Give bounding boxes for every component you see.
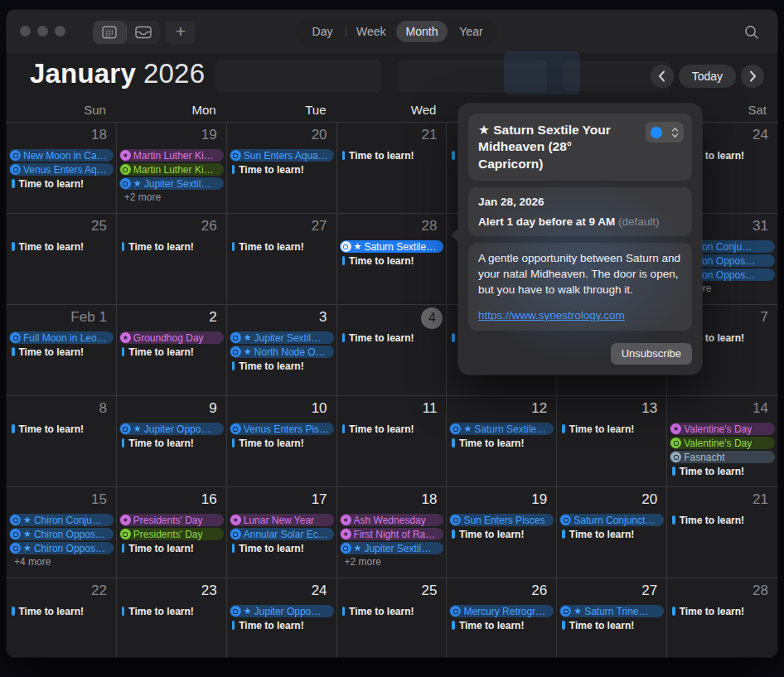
day-cell[interactable]: 18★Ash Wednesday★First Night of Ra…★Jupi… xyxy=(337,486,448,578)
task-event[interactable]: Time to learn! xyxy=(232,542,334,554)
day-cell[interactable]: 3★Jupiter Sextil…★North Node O…Time to l… xyxy=(227,304,337,395)
event-pill[interactable]: ★Saturn Trine… xyxy=(559,605,664,617)
event-pill[interactable]: Valentine's Day xyxy=(670,437,775,449)
event-pill[interactable]: ★Chiron Oppos… xyxy=(9,542,114,554)
task-event[interactable]: Time to learn! xyxy=(452,437,554,449)
task-event[interactable]: Time to learn! xyxy=(342,254,444,267)
event-pill[interactable]: ★Saturn Sextile… xyxy=(340,240,444,253)
event-pill[interactable]: Saturn Conjunct… xyxy=(559,514,664,526)
today-button[interactable]: Today xyxy=(679,65,736,88)
task-event[interactable]: Time to learn! xyxy=(232,360,334,372)
day-cell[interactable]: 22Time to learn! xyxy=(7,578,117,657)
task-event[interactable]: Time to learn! xyxy=(12,423,114,435)
day-cell[interactable]: 4Time to learn! xyxy=(337,304,448,395)
task-event[interactable]: Time to learn! xyxy=(12,177,114,190)
event-pill[interactable]: Martin Luther Ki… xyxy=(119,163,224,176)
calendar-view-button[interactable] xyxy=(93,21,126,44)
event-pill[interactable]: Venus Enters Pis… xyxy=(230,423,334,435)
day-cell[interactable]: 27Time to learn! xyxy=(227,213,337,304)
day-cell[interactable]: 24★Jupiter Oppo…Time to learn! xyxy=(227,578,337,657)
day-cell[interactable]: 15★Chiron Conju…★Chiron Oppos…★Chiron Op… xyxy=(7,486,117,578)
task-event[interactable]: Time to learn! xyxy=(452,619,554,631)
day-cell[interactable]: 26Time to learn! xyxy=(117,213,227,304)
task-event[interactable]: Time to learn! xyxy=(122,437,224,449)
event-pill[interactable]: ★Jupiter Sextil… xyxy=(340,542,444,554)
event-pill[interactable]: Venus Enters Aq… xyxy=(9,163,114,176)
unsubscribe-button[interactable]: Unsubscribe xyxy=(611,343,692,365)
day-cell[interactable]: 25Time to learn! xyxy=(337,578,448,657)
event-pill[interactable]: Mercury Retrogr… xyxy=(449,605,554,617)
event-pill[interactable]: ★Ash Wednesday xyxy=(340,514,444,526)
event-pill[interactable]: ★First Night of Ra… xyxy=(340,528,444,540)
event-pill[interactable]: ★Jupiter Oppo… xyxy=(230,605,334,617)
minimize-window-button[interactable] xyxy=(37,26,48,36)
event-pill[interactable]: ★Martin Luther Ki… xyxy=(119,149,224,162)
event-pill[interactable]: ★North Node O… xyxy=(230,346,334,358)
event-pill[interactable]: ★Jupiter Oppo… xyxy=(119,423,224,435)
day-cell[interactable]: 2★Groundhog DayTime to learn! xyxy=(117,304,227,395)
task-event[interactable]: Time to learn! xyxy=(342,423,444,435)
tab-year[interactable]: Year xyxy=(448,22,494,41)
close-window-button[interactable] xyxy=(20,26,31,36)
more-events-label[interactable]: +2 more xyxy=(345,556,444,568)
more-events-label[interactable]: +2 more xyxy=(124,191,224,204)
day-cell[interactable]: 19★Martin Luther Ki…Martin Luther Ki…★Ju… xyxy=(117,122,227,213)
task-event[interactable]: Time to learn! xyxy=(232,619,334,631)
tab-day[interactable]: Day xyxy=(299,22,346,41)
task-event[interactable]: Time to learn! xyxy=(342,605,444,617)
day-cell[interactable]: 18New Moon in Ca…Venus Enters Aq…Time to… xyxy=(7,122,117,213)
day-cell[interactable]: 20Saturn Conjunct…Time to learn! xyxy=(557,486,667,578)
day-cell[interactable]: 12★Saturn Sextile…Time to learn! xyxy=(447,395,557,486)
day-cell[interactable]: 9★Jupiter Oppo…Time to learn! xyxy=(117,395,227,486)
task-event[interactable]: Time to learn! xyxy=(672,605,775,617)
day-cell[interactable]: 14★Valentine's DayValentine's DayFasnach… xyxy=(667,395,777,486)
task-event[interactable]: Time to learn! xyxy=(452,528,554,540)
event-pill[interactable]: ★Jupiter Sextil… xyxy=(119,177,224,190)
day-cell[interactable]: 28Time to learn! xyxy=(667,578,777,657)
calendar-color-select[interactable] xyxy=(646,122,684,143)
event-pill[interactable]: New Moon in Ca… xyxy=(9,149,114,162)
day-cell[interactable]: 13Time to learn! xyxy=(557,395,667,486)
task-event[interactable]: Time to learn! xyxy=(672,514,775,526)
day-cell[interactable]: 25Time to learn! xyxy=(7,213,117,304)
task-event[interactable]: Time to learn! xyxy=(12,605,114,617)
event-pill[interactable]: ★Jupiter Sextil… xyxy=(230,331,334,344)
day-cell[interactable]: 11Time to learn! xyxy=(337,395,448,486)
task-event[interactable]: Time to learn! xyxy=(122,542,224,554)
task-event[interactable]: Time to learn! xyxy=(232,437,334,449)
day-cell[interactable]: 16★Presidents' DayPresidents' DayTime to… xyxy=(117,486,227,578)
event-pill[interactable]: ★Chiron Oppos… xyxy=(9,528,114,540)
day-cell[interactable]: 8Time to learn! xyxy=(7,395,117,486)
add-event-button[interactable]: + xyxy=(166,21,196,44)
event-pill[interactable]: Sun Enters Pisces xyxy=(449,514,554,526)
day-cell[interactable]: 10Venus Enters Pis…Time to learn! xyxy=(227,395,337,486)
task-event[interactable]: Time to learn! xyxy=(12,346,114,358)
next-month-button[interactable] xyxy=(741,65,764,88)
event-pill[interactable]: Sun Enters Aqua… xyxy=(230,149,334,162)
task-event[interactable]: Time to learn! xyxy=(342,331,444,344)
task-event[interactable]: Time to learn! xyxy=(12,240,114,253)
task-event[interactable]: Time to learn! xyxy=(562,619,664,631)
event-pill[interactable]: Fasnacht xyxy=(670,451,775,463)
task-event[interactable]: Time to learn! xyxy=(122,346,224,358)
day-cell[interactable]: 17★Lunar New YearAnnular Solar Ec…Time t… xyxy=(227,486,337,578)
previous-month-button[interactable] xyxy=(651,65,674,88)
day-cell[interactable]: 19Sun Enters PiscesTime to learn! xyxy=(447,486,557,578)
task-event[interactable]: Time to learn! xyxy=(672,465,775,477)
day-cell[interactable]: 27★Saturn Trine…Time to learn! xyxy=(557,578,667,657)
day-cell[interactable]: 20Sun Enters Aqua…Time to learn! xyxy=(227,122,337,213)
event-pill[interactable]: ★Valentine's Day xyxy=(670,423,775,435)
more-events-label[interactable]: +4 more xyxy=(14,556,114,568)
event-pill[interactable]: Presidents' Day xyxy=(119,528,224,540)
event-pill[interactable]: Full Moon in Leo… xyxy=(9,331,114,344)
event-pill[interactable]: ★Lunar New Year xyxy=(230,514,334,526)
tab-week[interactable]: Week xyxy=(346,22,396,41)
event-link[interactable]: https://www.synestrology.com xyxy=(478,309,625,322)
day-cell[interactable]: 28★Saturn Sextile…Time to learn! xyxy=(337,213,448,304)
day-cell[interactable]: 23Time to learn! xyxy=(117,578,227,657)
zoom-window-button[interactable] xyxy=(55,26,65,36)
event-pill[interactable]: ★Groundhog Day xyxy=(119,331,224,344)
task-event[interactable]: Time to learn! xyxy=(342,149,444,162)
task-event[interactable]: Time to learn! xyxy=(232,240,334,253)
event-pill[interactable]: ★Saturn Sextile… xyxy=(449,423,554,435)
